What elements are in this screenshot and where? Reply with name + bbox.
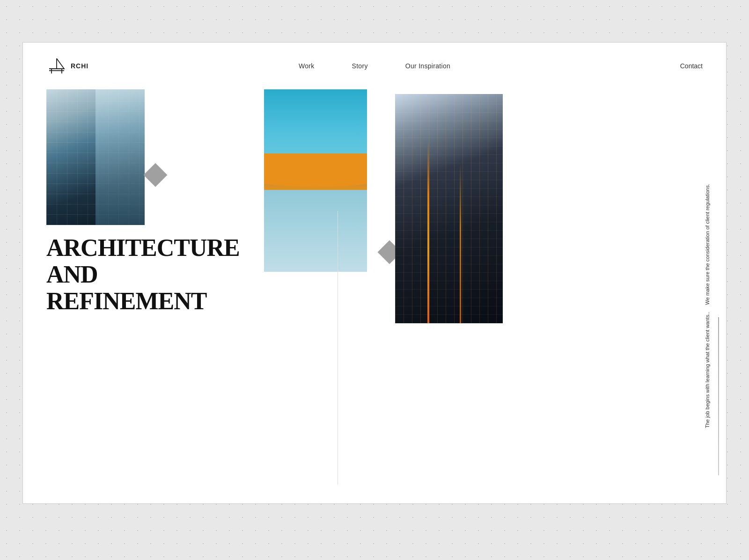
title-line1: ARCHITECTURE — [46, 234, 240, 261]
vertical-divider — [338, 211, 338, 485]
nav-contact[interactable]: Contact — [680, 62, 703, 70]
main-title: ARCHITECTURE AND REFINEMENT — [46, 234, 191, 315]
nav-link-inspiration[interactable]: Our Inspiration — [405, 62, 450, 70]
right-column — [395, 89, 703, 323]
title-line2: AND REFINEMENT — [46, 261, 206, 314]
tagline-line1: The job begins with learning what the cl… — [705, 312, 710, 428]
image3-accent-line-1 — [427, 140, 429, 323]
nav-links: Work Story Our Inspiration — [299, 62, 450, 70]
hero-section: ARCHITECTURE AND REFINEMENT — [23, 89, 726, 503]
logo-text: RCHI — [71, 62, 88, 70]
tagline-line2: We make sure the consideration of client… — [705, 184, 710, 305]
image1-overlay — [46, 89, 145, 225]
main-container: RCHI Work Story Our Inspiration Contact … — [22, 42, 727, 504]
side-tagline: The job begins with learning what the cl… — [703, 184, 712, 428]
nav-link-work[interactable]: Work — [299, 62, 315, 70]
navbar: RCHI Work Story Our Inspiration Contact — [23, 43, 726, 89]
logo-icon — [46, 56, 67, 76]
image3-grid-lines — [395, 94, 503, 323]
image2-lower — [264, 190, 367, 272]
nav-link-story[interactable]: Story — [352, 62, 368, 70]
side-text-container: The job begins with learning what the cl… — [703, 155, 712, 457]
image3-accent-line-2 — [460, 163, 461, 323]
architecture-image-1 — [46, 89, 145, 225]
scroll-indicator — [718, 317, 719, 475]
logo[interactable]: RCHI — [46, 56, 88, 76]
left-column: ARCHITECTURE AND REFINEMENT — [46, 89, 191, 315]
center-column — [264, 89, 367, 272]
title-section: ARCHITECTURE AND REFINEMENT — [46, 234, 191, 315]
architecture-image-3 — [395, 94, 503, 323]
architecture-image-2 — [264, 89, 367, 272]
